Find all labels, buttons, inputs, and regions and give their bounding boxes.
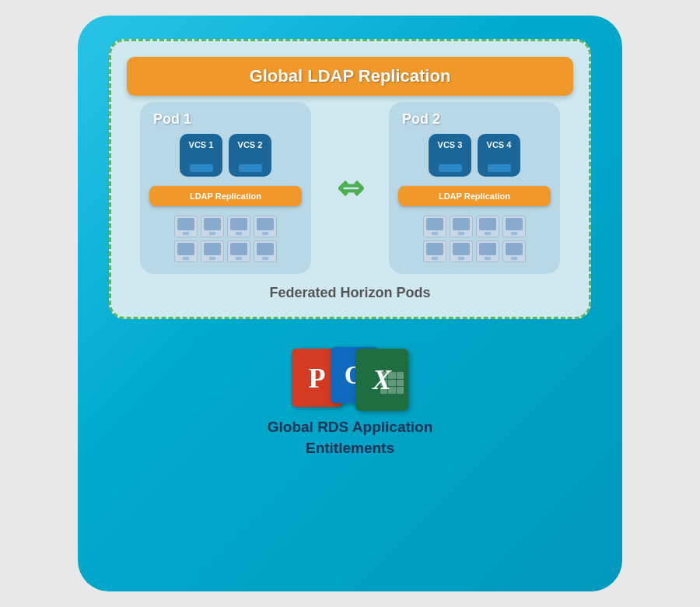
vcs3-block: VCS 3 (429, 134, 471, 177)
pod1-label: Pod 1 (149, 111, 191, 128)
desktop-icon (423, 216, 446, 237)
desktop-icon (254, 216, 277, 237)
desktop-icon (201, 240, 224, 262)
desktop-icon (450, 216, 473, 237)
desktop-icon (476, 216, 499, 237)
vcs2-label: VCS 2 (238, 140, 263, 149)
vcs1-block: VCS 1 (180, 134, 222, 177)
desktop-icon (227, 240, 250, 262)
vcs4-label: VCS 4 (487, 140, 512, 149)
desktop-icon (502, 240, 526, 262)
desktop-icon (423, 240, 446, 262)
pod1-box: Pod 1 VCS 1 VCS 2 LDAP Replication (140, 102, 311, 274)
global-rds-label: Global RDS Application Entitlements (268, 417, 433, 458)
pod2-desktop-grid (423, 216, 526, 262)
pod2-ldap-replication: LDAP Replication (398, 186, 551, 206)
pod2-label: Pod 2 (398, 111, 440, 128)
desktop-icon (227, 216, 250, 237)
double-arrow-icon: ⇔ (337, 172, 364, 205)
pods-row: Pod 1 VCS 1 VCS 2 LDAP Replication (127, 102, 573, 274)
vcs3-label: VCS 3 (438, 140, 463, 149)
global-rds-line2: Entitlements (306, 440, 394, 456)
vcs2-block: VCS 2 (229, 134, 271, 177)
desktop-icon (201, 216, 224, 237)
federated-pods-container: Global LDAP Replication Pod 1 VCS 1 VCS … (109, 39, 591, 319)
pod1-desktop-grid (174, 216, 277, 262)
vcs4-block: VCS 4 (478, 134, 520, 177)
pod2-box: Pod 2 VCS 3 VCS 4 LDAP Replication (389, 102, 560, 274)
pod1-vcs-row: VCS 1 VCS 2 (149, 134, 302, 177)
pods-content: Global LDAP Replication Pod 1 VCS 1 VCS … (127, 57, 573, 301)
desktop-icon (254, 240, 277, 262)
excel-icon: X (355, 349, 408, 411)
global-rds-line1: Global RDS Application (268, 419, 433, 435)
desktop-icon (476, 240, 499, 262)
office-icons-group: P O X (288, 333, 412, 411)
desktop-icon (174, 240, 198, 262)
global-ldap-banner: Global LDAP Replication (127, 57, 573, 96)
federated-label: Federated Horizon Pods (127, 285, 573, 301)
excel-grid-overlay (380, 372, 404, 394)
ppt-letter: P (309, 364, 326, 392)
replication-arrow-container: ⇔ (327, 172, 373, 205)
office-section: P O X Global RDS Application Entitlement… (268, 333, 433, 458)
desktop-icon (450, 240, 473, 262)
vcs1-label: VCS 1 (189, 140, 214, 149)
pod2-vcs-row: VCS 3 VCS 4 (398, 134, 551, 177)
pod1-ldap-replication: LDAP Replication (149, 186, 302, 206)
desktop-icon (502, 216, 526, 237)
main-container: Global LDAP Replication Pod 1 VCS 1 VCS … (78, 16, 622, 591)
desktop-icon (174, 216, 198, 237)
